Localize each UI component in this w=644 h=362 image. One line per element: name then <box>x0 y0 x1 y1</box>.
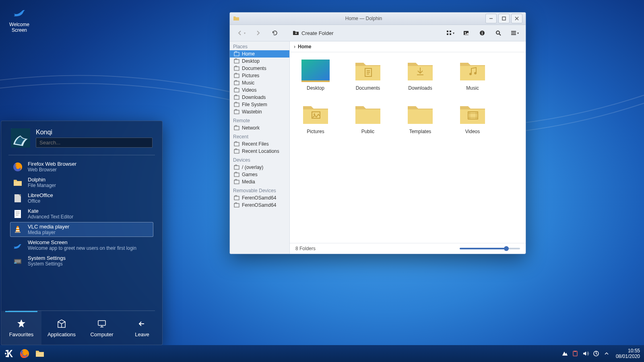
launcher-app-libreoffice[interactable]: LibreOfficeOffice <box>10 191 153 206</box>
maximize-button[interactable] <box>498 14 510 23</box>
file-pictures[interactable]: Pictures <box>298 103 333 134</box>
usb-icon <box>234 195 239 201</box>
notifications-tray-icon[interactable] <box>592 350 600 357</box>
divider <box>8 155 155 155</box>
desktop-icon-welcome[interactable]: Welcome Screen <box>3 4 35 33</box>
file-desktop[interactable]: Desktop <box>298 60 333 91</box>
sidebar-item-documents[interactable]: Documents <box>230 65 289 72</box>
file-label: Public <box>350 129 386 134</box>
launcher-tab-leave[interactable]: Leave <box>122 311 162 345</box>
sidebar-item-media[interactable]: Media <box>230 178 289 185</box>
folder-icon <box>35 348 45 359</box>
launcher-app-welcome-screen[interactable]: Welcome ScreenWelcome app to greet new u… <box>10 238 153 253</box>
svg-rect-18 <box>234 96 239 99</box>
file-public[interactable]: Public <box>350 103 386 134</box>
search-button[interactable] <box>491 27 506 39</box>
view-mode-button[interactable]: ▾ <box>443 27 457 39</box>
svg-rect-17 <box>234 88 239 92</box>
sidebar-item-wastebin[interactable]: Wastebin <box>230 108 289 115</box>
sidebar-item-label: Recent Files <box>242 141 269 147</box>
launcher-tab-applications[interactable]: Applications <box>41 311 82 345</box>
tab-label: Leave <box>135 331 149 337</box>
sidebar-item-ferenosamd64[interactable]: FerenOSamd64 <box>230 194 289 202</box>
start-button[interactable] <box>2 347 16 360</box>
dolphin-window[interactable]: Home — Dolphin ▾ Create Folder ▾ i ▾ <box>229 12 526 254</box>
launcher-app-system-settings[interactable]: System SettingsSystem Settings <box>10 253 153 268</box>
launcher-app-firefox-web-browser[interactable]: Firefox Web BrowserWeb Browser <box>10 159 153 174</box>
preview-button[interactable] <box>459 27 473 39</box>
titlebar[interactable]: Home — Dolphin <box>230 12 526 25</box>
file-documents[interactable]: Documents <box>350 60 386 91</box>
launcher-tab-computer[interactable]: Computer <box>82 311 122 345</box>
chevron-right-icon: › <box>294 44 295 49</box>
sidebar-item-music[interactable]: Music <box>230 79 289 86</box>
kde-logo-icon <box>4 348 14 359</box>
close-button[interactable] <box>511 14 522 23</box>
volume-tray-icon[interactable] <box>582 350 589 357</box>
taskbar-clock[interactable]: 10:55 08/01/2020 <box>616 348 640 360</box>
sidebar-item-label: Downloads <box>242 95 266 100</box>
sidebar-item-downloads[interactable]: Downloads <box>230 94 289 101</box>
app-title: Kate <box>28 208 73 214</box>
breadcrumb-home[interactable]: Home <box>298 44 311 49</box>
breadcrumb[interactable]: › Home <box>290 41 526 52</box>
file-music[interactable]: Music <box>455 60 490 91</box>
svg-rect-14 <box>234 67 239 70</box>
sidebar-item--overlay-[interactable]: / (overlay) <box>230 164 289 171</box>
folder-icon <box>301 60 330 82</box>
menu-button[interactable]: ▾ <box>507 27 522 39</box>
search-input[interactable] <box>36 138 153 148</box>
folder-icon <box>406 60 434 82</box>
svg-rect-26 <box>234 180 239 184</box>
sidebar-item-desktop[interactable]: Desktop <box>230 58 289 65</box>
clipboard-tray-icon[interactable] <box>572 350 579 357</box>
sidebar-item-videos[interactable]: Videos <box>230 86 289 94</box>
file-view[interactable]: DesktopDocumentsDownloadsMusicPicturesPu… <box>290 52 526 243</box>
launcher-app-dolphin[interactable]: DolphinFile Manager <box>10 175 153 190</box>
app-subtitle: Welcome app to greet new users on their … <box>28 245 136 251</box>
sidebar-item-network[interactable]: Network <box>230 124 289 132</box>
desktop-icon <box>234 58 239 64</box>
file-videos[interactable]: Videos <box>455 103 490 134</box>
application-launcher[interactable]: Konqi Firefox Web BrowserWeb BrowserDolp… <box>1 121 163 345</box>
sidebar-item-label: FerenOSamd64 <box>242 202 276 208</box>
sidebar-item-recent-files[interactable]: Recent Files <box>230 140 289 148</box>
sidebar-item-ferenosamd64[interactable]: FerenOSamd64 <box>230 202 289 209</box>
launcher-app-vlc-media-player[interactable]: VLC media playerMedia player <box>10 222 153 237</box>
sidebar-item-file-system[interactable]: File System <box>230 101 289 108</box>
places-sidebar[interactable]: PlacesHomeDesktopDocumentsPicturesMusicV… <box>230 41 290 254</box>
downloads-icon <box>234 95 239 100</box>
sidebar-section-header: Recent <box>230 132 289 140</box>
pictures-icon <box>234 73 239 78</box>
desktop[interactable]: Welcome Screen Home — Dolphin ▾ Create F… <box>0 0 644 362</box>
info-button[interactable]: i <box>475 27 489 39</box>
tray-expand-icon[interactable] <box>603 350 610 357</box>
app-title: VLC media player <box>28 224 69 230</box>
launcher-tab-favourites[interactable]: Favourites <box>1 311 41 345</box>
sidebar-item-pictures[interactable]: Pictures <box>230 72 289 79</box>
sidebar-item-label: Wastebin <box>242 109 262 115</box>
file-templates[interactable]: Templates <box>402 103 438 134</box>
sidebar-item-games[interactable]: Games <box>230 171 289 178</box>
create-folder-button[interactable]: Create Folder <box>291 27 335 39</box>
user-avatar[interactable] <box>11 128 30 148</box>
music-icon <box>234 80 239 86</box>
taskbar[interactable]: 10:55 08/01/2020 <box>0 345 644 362</box>
refresh-button[interactable] <box>268 27 282 39</box>
minimize-button[interactable] <box>485 14 497 23</box>
launcher-app-kate[interactable]: KateAdvanced Text Editor <box>10 206 153 221</box>
sidebar-item-home[interactable]: Home <box>230 50 289 58</box>
zoom-slider[interactable] <box>460 248 520 249</box>
sidebar-item-recent-locations[interactable]: Recent Locations <box>230 148 289 155</box>
new-folder-icon <box>293 30 299 36</box>
taskbar-firefox[interactable] <box>18 347 31 360</box>
folder-icon <box>406 103 434 125</box>
file-downloads[interactable]: Downloads <box>402 60 438 91</box>
taskbar-files[interactable] <box>33 347 47 360</box>
back-button[interactable]: ▾ <box>234 27 248 39</box>
folder-icon <box>354 103 382 125</box>
clock-icon <box>234 141 239 147</box>
forward-button[interactable] <box>251 27 265 39</box>
store-tray-icon[interactable] <box>561 350 568 357</box>
svg-rect-19 <box>234 103 239 107</box>
